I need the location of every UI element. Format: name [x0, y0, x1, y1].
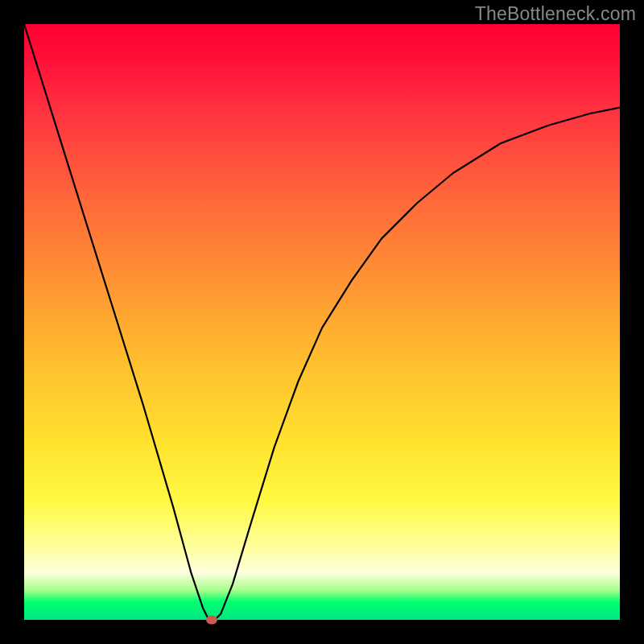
watermark-text: TheBottleneck.com [475, 3, 636, 25]
chart-frame: TheBottleneck.com [0, 0, 644, 644]
optimal-point-marker [206, 616, 217, 625]
plot-area [24, 24, 620, 620]
bottleneck-curve [24, 24, 620, 620]
